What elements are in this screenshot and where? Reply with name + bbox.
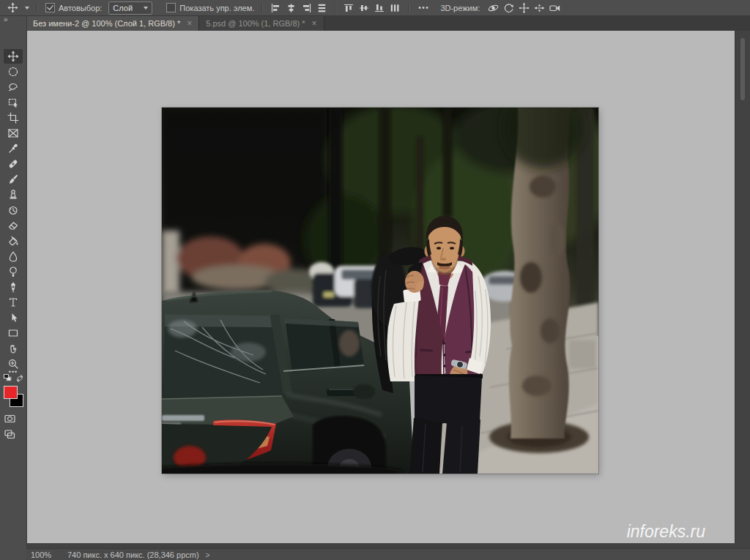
color-controls xyxy=(3,374,23,383)
tool-path-selection[interactable] xyxy=(4,310,23,325)
dodge-icon xyxy=(7,266,19,277)
default-colors-icon[interactable] xyxy=(3,374,12,383)
tool-object-selection[interactable] xyxy=(4,95,23,110)
document-canvas[interactable] xyxy=(162,108,598,474)
3d-roll-button[interactable] xyxy=(501,1,516,15)
vertical-scrollbar-thumb[interactable] xyxy=(740,38,745,100)
paint-bucket-icon xyxy=(7,235,19,247)
arrow-cursor-icon xyxy=(7,312,19,324)
tool-frame[interactable] xyxy=(4,126,23,141)
tool-eyedropper[interactable] xyxy=(4,141,23,156)
options-bar: Автовыбор: Слой Показать упр. элем. xyxy=(0,0,750,16)
object-selection-icon xyxy=(7,97,19,108)
tool-eraser[interactable] xyxy=(4,218,23,233)
close-icon[interactable]: × xyxy=(312,19,317,28)
document-info: 740 пикс. x 640 пикс. (28,346 ppcm) xyxy=(59,550,204,559)
tool-move[interactable] xyxy=(4,49,23,64)
align-left-edges-button[interactable] xyxy=(268,1,283,15)
distribute-v-icon xyxy=(316,3,327,13)
separator xyxy=(408,3,409,13)
chevron-down-icon xyxy=(144,7,148,10)
tool-preset-chevron[interactable] xyxy=(21,1,31,15)
align-bottom-edges-button[interactable] xyxy=(372,1,387,15)
close-icon[interactable]: × xyxy=(187,19,192,28)
pasteboard: inforeks.ru xyxy=(26,31,735,543)
more-options-button[interactable]: ••• xyxy=(415,4,433,12)
collapse-toolbar-button[interactable]: » xyxy=(4,15,9,23)
pen-nib-icon xyxy=(7,281,19,293)
tool-elliptical-marquee[interactable] xyxy=(4,64,23,79)
show-controls-checkbox[interactable]: Показать упр. элем. xyxy=(164,1,256,15)
tab-untitled-2[interactable]: Без имени-2 @ 100% (Слой 1, RGB/8) * × xyxy=(26,15,199,31)
foreground-color-swatch[interactable] xyxy=(4,386,18,399)
eyedropper-icon xyxy=(7,143,19,154)
checkbox-unchecked-icon xyxy=(166,3,176,12)
tool-pen[interactable] xyxy=(4,280,23,294)
eraser-icon xyxy=(7,220,19,231)
target-select-value: Слой xyxy=(113,4,133,12)
stamp-icon xyxy=(7,189,19,201)
pan-3d-icon xyxy=(518,2,530,14)
photo-image xyxy=(162,108,598,474)
tool-crop[interactable] xyxy=(4,111,23,125)
photoshop-window: Автовыбор: Слой Показать упр. элем. xyxy=(0,0,750,560)
target-select-dropdown[interactable]: Слой xyxy=(108,1,152,15)
movie-camera-icon xyxy=(549,2,561,14)
align-top-icon xyxy=(344,3,354,13)
tool-history-brush[interactable] xyxy=(4,203,23,217)
move-tool-indicator[interactable] xyxy=(5,1,21,15)
move-icon xyxy=(7,51,19,62)
align-v-center-icon xyxy=(359,3,370,13)
chevron-down-icon xyxy=(25,7,29,10)
horizontal-scrollbar[interactable] xyxy=(26,543,750,548)
screen-mode-button[interactable] xyxy=(4,428,16,441)
status-expand-chevron[interactable]: > xyxy=(204,551,212,559)
zoom-level-field[interactable]: 100% xyxy=(26,550,59,559)
brush-icon xyxy=(7,173,19,185)
3d-pan-button[interactable] xyxy=(516,1,532,15)
align-vertical-centers-button[interactable] xyxy=(357,1,372,15)
tab-title: 5.psd @ 100% (1, RGB/8) * xyxy=(206,19,305,28)
checkbox-checked-icon xyxy=(45,3,55,12)
tool-brush[interactable] xyxy=(4,172,23,187)
autoselect-checkbox[interactable]: Автовыбор: xyxy=(43,1,104,15)
tab-title: Без имени-2 @ 100% (Слой 1, RGB/8) * xyxy=(33,19,180,28)
history-brush-icon xyxy=(7,204,19,216)
tab-5psd[interactable]: 5.psd @ 100% (1, RGB/8) * × xyxy=(199,15,324,31)
tool-type[interactable] xyxy=(4,295,23,310)
lasso-icon xyxy=(7,81,19,93)
distribute-horizontal-button[interactable] xyxy=(387,1,403,15)
tool-spot-healing-brush[interactable] xyxy=(4,157,23,171)
hand-icon xyxy=(7,343,19,354)
tool-clone-stamp[interactable] xyxy=(4,187,23,202)
tools-panel: » xyxy=(0,15,27,560)
tool-lasso[interactable] xyxy=(4,80,23,94)
distribute-vertical-button[interactable] xyxy=(314,1,330,15)
mode-3d-label: 3D-режим: xyxy=(440,4,480,12)
align-h-center-icon xyxy=(286,3,297,13)
distribute-h-icon xyxy=(390,3,401,13)
tool-dodge[interactable] xyxy=(4,264,23,279)
separator xyxy=(37,3,38,13)
swap-colors-icon[interactable] xyxy=(15,374,24,383)
3d-camera-button[interactable] xyxy=(547,1,562,15)
rectangle-icon xyxy=(7,327,19,339)
quick-mask-button[interactable] xyxy=(4,413,16,425)
align-top-edges-button[interactable] xyxy=(341,1,357,15)
move-icon xyxy=(7,2,18,13)
elliptical-marquee-icon xyxy=(7,66,19,78)
align-horizontal-centers-button[interactable] xyxy=(283,1,299,15)
align-right-edges-button[interactable] xyxy=(299,1,314,15)
3d-orbit-button[interactable] xyxy=(486,1,501,15)
water-drop-icon xyxy=(7,250,19,262)
tool-blur[interactable] xyxy=(4,249,23,264)
3d-slide-button[interactable] xyxy=(532,1,547,15)
vertical-scrollbar[interactable] xyxy=(735,31,750,543)
tool-rectangle[interactable] xyxy=(4,326,23,340)
tool-paint-bucket[interactable] xyxy=(4,234,23,248)
tool-hand[interactable] xyxy=(4,341,23,356)
align-right-icon xyxy=(301,3,312,13)
watermark: inforeks.ru xyxy=(627,522,705,542)
autoselect-label: Автовыбор: xyxy=(59,4,102,12)
align-left-icon xyxy=(270,3,281,13)
